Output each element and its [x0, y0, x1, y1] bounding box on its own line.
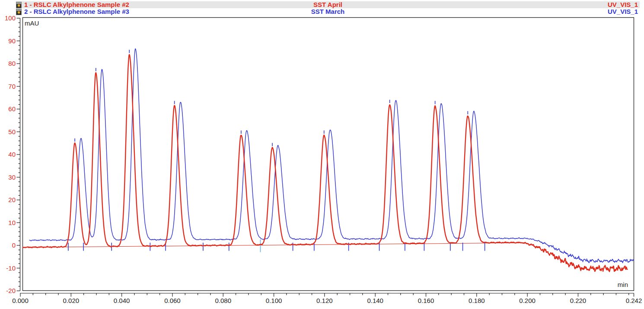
x-axis: 0.0000.0200.0400.0600.0800.1000.1200.140… — [12, 293, 642, 305]
legend-channel-name: UV_VIS_1 — [608, 1, 640, 8]
legend-row-sample-2[interactable]: 1 - RSLC Alkylphenone Sample #2 SST Apri… — [16, 1, 640, 8]
y-tick-label: 50 — [8, 128, 16, 135]
injection-vial-icon — [16, 2, 22, 8]
legend-sample-name: 2 - RSLC Alkylphenone Sample #3 — [24, 8, 129, 15]
overlay-legend: 1 - RSLC Alkylphenone Sample #2 SST Apri… — [16, 1, 640, 15]
y-tick-label: 30 — [8, 174, 16, 181]
x-tick-label: 0.060 — [164, 297, 181, 304]
x-tick-label: 0.040 — [114, 297, 130, 304]
x-axis-unit-label: min — [618, 281, 628, 288]
legend-channel-name: UV_VIS_1 — [608, 8, 640, 15]
y-tick-label: 100 — [5, 14, 16, 22]
y-tick-label: 10 — [8, 219, 16, 226]
y-tick-label: 40 — [8, 151, 16, 158]
trace-sst-april-red — [23, 55, 628, 272]
x-tick-label: 0.120 — [316, 297, 333, 304]
x-tick-label: 0.140 — [367, 297, 383, 304]
y-tick-label: 20 — [8, 196, 16, 203]
x-tick-label: 0.020 — [63, 297, 80, 304]
y-axis: -20-100102030405060708090100 — [5, 14, 20, 294]
y-tick-label: -20 — [6, 287, 16, 294]
y-tick-label: 90 — [8, 37, 16, 45]
x-tick-label: 0.160 — [418, 297, 434, 304]
y-tick-label: 0 — [12, 241, 16, 249]
x-tick-label: 0.100 — [266, 297, 282, 304]
x-tick-label: 0.200 — [519, 297, 536, 304]
injection-vial-icon — [16, 9, 22, 15]
y-axis-unit-label: mAU — [25, 19, 39, 27]
x-tick-label: 0.000 — [12, 297, 29, 304]
x-tick-label: 0.080 — [215, 297, 231, 304]
x-tick-label: 0.242 — [626, 297, 642, 304]
chromatogram-window: 1 - RSLC Alkylphenone Sample #2 SST Apri… — [0, 0, 644, 309]
y-tick-label: -10 — [6, 264, 16, 272]
legend-row-sample-3[interactable]: 2 - RSLC Alkylphenone Sample #3 SST Marc… — [16, 8, 640, 15]
y-tick-label: 60 — [8, 105, 16, 113]
y-tick-label: 80 — [8, 60, 16, 67]
y-tick-label: 70 — [8, 83, 16, 90]
legend-sample-name: 1 - RSLC Alkylphenone Sample #2 — [24, 1, 129, 8]
trace-sst-march-blue — [29, 49, 634, 263]
chromatogram-plot[interactable]: -20-1001020304050607080901000.0000.0200.… — [0, 0, 644, 309]
peak-boundary-marks — [68, 239, 485, 252]
x-tick-label: 0.220 — [570, 297, 587, 304]
x-tick-label: 0.180 — [469, 297, 485, 304]
